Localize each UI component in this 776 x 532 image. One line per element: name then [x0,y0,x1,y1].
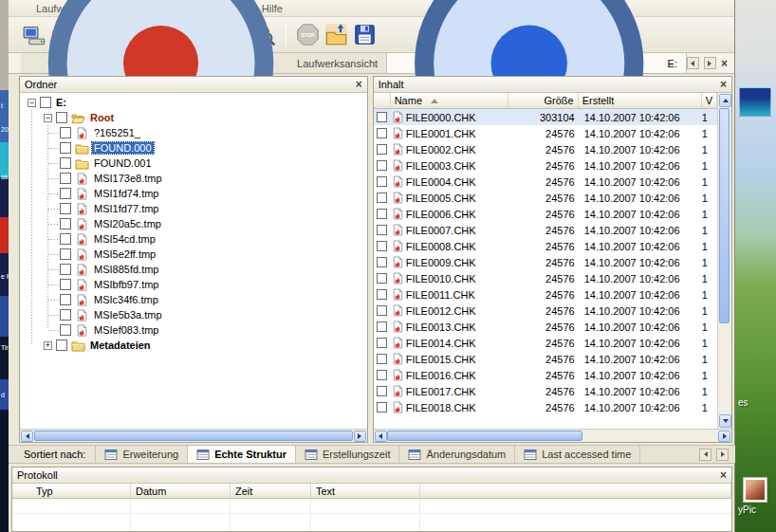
tree-item-msi1fd77-tmp[interactable]: MSI1fd77.tmp [20,201,367,216]
file-row-file0013-chk[interactable]: FILE0013.CHK2457614.10.2007 10:42:061 [374,319,717,335]
sort-scroll-left-icon[interactable] [699,449,711,461]
tree-item-165251[interactable]: ?165251_ [20,125,367,140]
scroll-thumb[interactable] [387,431,582,441]
tab-close-icon[interactable] [721,59,728,68]
checkbox[interactable] [377,144,387,155]
column-header-erstellt[interactable]: Erstellt [579,93,702,108]
scroll-thumb[interactable] [34,431,353,441]
checkbox[interactable] [377,209,387,219]
scroll-left-icon[interactable] [375,431,387,442]
checkbox[interactable] [60,233,71,245]
checkbox[interactable] [377,128,387,138]
checkbox[interactable] [377,386,387,396]
desktop-photo-icon[interactable] [743,477,767,503]
tree-item-e[interactable]: −E: [20,95,367,110]
checkbox[interactable] [60,142,71,154]
file-row-file0007-chk[interactable]: FILE0007.CHK2457614.10.2007 10:42:061 [374,222,717,238]
checkbox[interactable] [377,257,387,267]
save-disk-button[interactable] [352,22,378,47]
checkbox[interactable] [56,112,67,123]
checkbox[interactable] [60,309,71,321]
checkbox[interactable] [60,294,71,305]
file-row-file0003-chk[interactable]: FILE0003.CHK2457614.10.2007 10:42:061 [374,157,717,174]
protocol-panel-close-icon[interactable] [720,470,727,480]
expander-plus-icon[interactable]: + [44,341,52,350]
tree-item-msic34f6-tmp[interactable]: MSIc34f6.tmp [20,292,367,307]
tab-scroll-right-icon[interactable] [704,57,716,69]
tree-item-metadateien[interactable]: +Metadateien [20,338,367,353]
checkbox[interactable] [60,203,71,214]
file-row-file0018-chk[interactable]: FILE0018.CHK2457614.10.2007 10:42:061 [374,399,717,415]
checkbox[interactable] [60,218,71,229]
checkbox[interactable] [60,127,71,138]
checkbox[interactable] [60,264,71,275]
checkbox[interactable] [377,225,387,235]
checkbox[interactable] [377,160,387,171]
file-row-file0006-chk[interactable]: FILE0006.CHK2457614.10.2007 10:42:061 [374,206,717,222]
protocol-column-typ[interactable]: Typ [31,484,131,498]
file-row-file0017-chk[interactable]: FILE0017.CHK2457614.10.2007 10:42:061 [374,383,717,399]
tree-item-msi20a5c-tmp[interactable]: MSI20a5c.tmp [20,216,367,231]
folder-panel-close-icon[interactable] [356,80,362,89]
scroll-down-icon[interactable] [719,414,731,428]
file-row-file0011-chk[interactable]: FILE0011.CHK2457614.10.2007 10:42:061 [374,286,717,303]
tree-item-root[interactable]: −Root [20,110,367,125]
export-folder-button[interactable] [323,22,349,47]
file-row-file0000-chk[interactable]: FILE0000.CHK30310414.10.2007 10:42:061 [374,109,717,125]
checkbox[interactable] [377,402,387,413]
stop-button[interactable]: STOP [295,22,321,47]
file-row-file0015-chk[interactable]: FILE0015.CHK2457614.10.2007 10:42:061 [374,351,717,367]
tree-item-found-001[interactable]: FOUND.001 [20,156,367,171]
checkbox[interactable] [377,193,387,203]
file-row-file0014-chk[interactable]: FILE0014.CHK2457614.10.2007 10:42:061 [374,335,717,351]
scroll-up-icon[interactable] [719,94,731,107]
file-row-file0004-chk[interactable]: FILE0004.CHK2457614.10.2007 10:42:061 [374,174,717,190]
file-row-file0001-chk[interactable]: FILE0001.CHK2457614.10.2007 10:42:061 [374,125,717,141]
checkbox[interactable] [377,338,387,348]
sort-tab-erweiterung[interactable]: Erweiterung [95,446,188,463]
file-row-file0005-chk[interactable]: FILE0005.CHK2457614.10.2007 10:42:061 [374,190,717,206]
protocol-column-zeit[interactable]: Zeit [231,484,311,498]
sort-scroll-right-icon[interactable] [716,449,729,461]
file-row-file0012-chk[interactable]: FILE0012.CHK2457614.10.2007 10:42:061 [374,303,717,319]
checkbox[interactable] [377,321,387,332]
checkbox[interactable] [60,188,71,199]
checkbox[interactable] [56,339,67,351]
checkbox[interactable] [60,157,71,169]
file-row-file0010-chk[interactable]: FILE0010.CHK2457614.10.2007 10:42:061 [374,270,717,286]
protocol-column-text[interactable]: Text [311,484,420,498]
scroll-left-icon[interactable] [21,431,33,442]
file-row-file0016-chk[interactable]: FILE0016.CHK2457614.10.2007 10:42:061 [374,367,717,383]
column-header-gr-e[interactable]: Größe [508,93,579,108]
sort-tab-echte-struktur[interactable]: Echte Struktur [188,446,296,463]
tree-item-msi5e2ff-tmp[interactable]: MSI5e2ff.tmp [20,247,367,262]
tab-laufwerksansicht[interactable]: Laufwerksansicht [21,53,387,73]
sort-tab-nderungsdatum[interactable]: Änderungsdatum [399,446,515,463]
tree-item-msi173e8-tmp[interactable]: MSI173e8.tmp [20,171,367,186]
tab-scroll-left-icon[interactable] [687,57,699,69]
tree-item-msie5b3a-tmp[interactable]: MSIe5b3a.tmp [20,307,367,322]
content-panel-close-icon[interactable] [720,80,727,89]
expander-minus-icon[interactable]: − [28,99,36,107]
checkbox[interactable] [377,305,387,316]
checkbox[interactable] [60,324,71,336]
scroll-right-icon[interactable] [354,431,366,442]
sort-tab-last-accessed-time[interactable]: Last accessed time [515,446,640,463]
tree-item-found-000[interactable]: FOUND.000 [20,140,367,156]
protocol-column-datum[interactable]: Datum [131,484,231,498]
file-row-file0002-chk[interactable]: FILE0002.CHK2457614.10.2007 10:42:061 [374,141,717,157]
tree-item-msi885fd-tmp[interactable]: MSI885fd.tmp [20,262,367,277]
file-row-file0009-chk[interactable]: FILE0009.CHK2457614.10.2007 10:42:061 [374,254,717,270]
checkbox[interactable] [60,279,71,290]
checkbox[interactable] [377,354,387,364]
checkbox[interactable] [377,241,387,251]
checkbox[interactable] [377,176,387,187]
tree-item-msibfb97-tmp[interactable]: MSIbfb97.tmp [20,277,367,292]
tree-item-msi54cd-tmp[interactable]: MSI54cd.tmp [20,231,367,247]
checkbox[interactable] [60,248,71,260]
checkbox[interactable] [60,173,71,184]
file-row-file0008-chk[interactable]: FILE0008.CHK2457614.10.2007 10:42:061 [374,238,717,254]
column-header-name[interactable]: Name [391,93,508,108]
tree-item-msief083-tmp[interactable]: MSIef083.tmp [20,322,367,338]
tree-item-msi1fd74-tmp[interactable]: MSI1fd74.tmp [20,186,367,201]
